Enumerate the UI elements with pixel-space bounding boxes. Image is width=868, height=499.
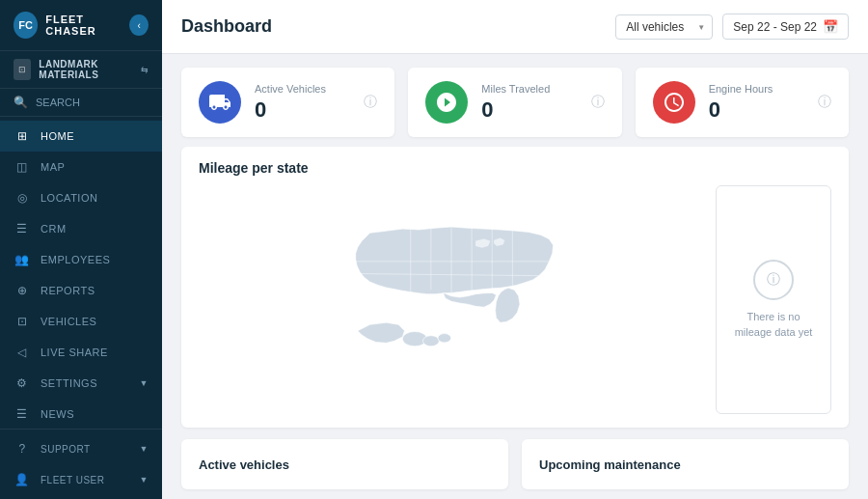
bottom-row: Active vehicles Upcoming maintenance: [181, 439, 849, 489]
miles-traveled-value: 0: [481, 97, 577, 123]
sidebar-item-reports[interactable]: ⊕ REPORTS: [0, 275, 162, 306]
support-icon: ?: [14, 442, 31, 456]
sidebar-item-live-share[interactable]: ◁ LIVE SHARE: [0, 337, 162, 368]
sidebar-item-label: VEHICLES: [41, 316, 96, 327]
calendar-icon: 📅: [823, 19, 838, 34]
location-icon: ◎: [14, 191, 31, 205]
settings-arrow-icon: ▼: [140, 378, 149, 388]
sidebar: FC FLEET CHASER ‹ ⊡ LANDMARK MATERIALS ⇆…: [0, 0, 162, 499]
main-header: Dashboard All vehicles Sep 22 - Sep 22 📅: [162, 0, 868, 54]
reports-icon: ⊕: [14, 284, 31, 297]
active-vehicles-label: Active Vehicles: [255, 83, 350, 95]
stat-card-engine-hours: Engine Hours 0 ⓘ: [636, 68, 849, 137]
miles-traveled-info: Miles Traveled 0: [481, 83, 577, 123]
miles-traveled-label: Miles Traveled: [481, 83, 577, 95]
sidebar-item-label: FLEET USER: [41, 475, 105, 485]
map-card-title: Mileage per state: [199, 160, 831, 176]
fleet-user-icon: 👤: [14, 473, 31, 486]
sidebar-item-location[interactable]: ◎ LOCATION: [0, 182, 162, 213]
svg-point-10: [438, 333, 451, 342]
miles-traveled-icon: [425, 81, 468, 124]
sidebar-item-settings[interactable]: ⚙ SETTINGS ▼: [0, 368, 162, 399]
engine-hours-label: Engine Hours: [709, 83, 804, 95]
sidebar-item-label: HOME: [41, 130, 74, 142]
upcoming-maintenance-section-title: Upcoming maintenance: [539, 457, 681, 472]
support-arrow-icon: ▼: [140, 444, 149, 454]
fleet-user-arrow-icon: ▼: [140, 475, 149, 485]
vehicles-select[interactable]: All vehicles: [615, 14, 713, 40]
sidebar-bottom: ? SUPPORT ▼ 👤 FLEET USER ▼: [0, 429, 162, 499]
active-vehicles-value: 0: [255, 97, 350, 123]
live-share-icon: ◁: [14, 346, 31, 359]
sidebar-item-label: LOCATION: [41, 192, 97, 204]
search-row[interactable]: 🔍 SEARCH: [0, 89, 162, 117]
usa-map-svg: [249, 208, 654, 392]
org-name: LANDMARK MATERIALS: [39, 59, 141, 80]
sidebar-item-label: CRM: [41, 223, 67, 235]
active-vehicles-info: Active Vehicles 0: [255, 83, 350, 123]
nav-items: ⊞ HOME ◫ MAP ◎ LOCATION ☰ CRM 👥 EMPLOYEE…: [0, 117, 162, 429]
usa-map-area: [199, 185, 704, 414]
stats-row: Active Vehicles 0 ⓘ Miles Traveled 0 ⓘ: [162, 54, 868, 147]
stat-card-active-vehicles: Active Vehicles 0 ⓘ: [181, 68, 394, 137]
logo-icon: FC: [14, 12, 38, 39]
sidebar-item-fleet-user[interactable]: 👤 FLEET USER ▼: [0, 464, 162, 495]
org-icon: ⊡: [14, 59, 31, 80]
crm-icon: ☰: [14, 222, 31, 236]
svg-point-9: [422, 335, 439, 346]
active-vehicles-card: Active vehicles: [181, 439, 508, 489]
date-range-text: Sep 22 - Sep 22: [733, 20, 817, 34]
org-row[interactable]: ⊡ LANDMARK MATERIALS ⇆: [0, 51, 162, 89]
sidebar-item-label: SETTINGS: [41, 377, 97, 389]
page-title: Dashboard: [181, 16, 272, 37]
sidebar-item-news[interactable]: ☰ NEWS: [0, 399, 162, 429]
employees-icon: 👥: [14, 253, 31, 266]
sidebar-item-home[interactable]: ⊞ HOME: [0, 121, 162, 152]
mileage-map-card: Mileage per state: [181, 147, 849, 428]
no-data-icon: ⓘ: [753, 260, 794, 300]
active-vehicles-section-title: Active vehicles: [199, 457, 289, 472]
engine-hours-icon: [653, 81, 695, 124]
header-controls: All vehicles Sep 22 - Sep 22 📅: [615, 14, 849, 40]
engine-hours-info: Engine Hours 0: [709, 83, 804, 123]
sidebar-item-label: REPORTS: [41, 285, 95, 296]
map-icon: ◫: [14, 160, 31, 174]
no-data-text: There is no mileage data yet: [732, 310, 815, 340]
search-icon: 🔍: [14, 96, 28, 109]
logo-area: FC FLEET CHASER ‹: [0, 0, 162, 51]
sidebar-item-support[interactable]: ? SUPPORT ▼: [0, 433, 162, 464]
engine-hours-value: 0: [709, 97, 804, 123]
app-name: FLEET CHASER: [45, 14, 129, 37]
sidebar-item-label: MAP: [41, 161, 65, 173]
miles-traveled-info-icon[interactable]: ⓘ: [591, 94, 605, 111]
org-arrow-icon: ⇆: [141, 65, 149, 74]
engine-hours-info-icon[interactable]: ⓘ: [818, 94, 831, 111]
vehicles-select-wrapper[interactable]: All vehicles: [615, 14, 713, 40]
sidebar-item-label: LIVE SHARE: [41, 347, 108, 358]
sidebar-item-crm[interactable]: ☰ CRM: [0, 213, 162, 244]
sidebar-item-employees[interactable]: 👥 EMPLOYEES: [0, 244, 162, 275]
vehicles-icon: ⊡: [14, 315, 31, 328]
settings-icon: ⚙: [14, 376, 31, 390]
search-label: SEARCH: [36, 97, 80, 108]
upcoming-maintenance-card: Upcoming maintenance: [522, 439, 849, 489]
sidebar-item-label: SUPPORT: [41, 444, 91, 455]
sidebar-item-label: EMPLOYEES: [41, 254, 110, 265]
active-vehicles-icon: [199, 81, 241, 124]
main-content: Dashboard All vehicles Sep 22 - Sep 22 📅…: [162, 0, 868, 499]
sidebar-item-map[interactable]: ◫ MAP: [0, 152, 162, 182]
content-area: Mileage per state: [162, 147, 868, 499]
active-vehicles-info-icon[interactable]: ⓘ: [364, 94, 377, 111]
date-range-picker[interactable]: Sep 22 - Sep 22 📅: [722, 14, 849, 40]
sidebar-item-label: NEWS: [41, 408, 74, 420]
stat-card-miles-traveled: Miles Traveled 0 ⓘ: [408, 68, 621, 137]
sidebar-item-vehicles[interactable]: ⊡ VEHICLES: [0, 306, 162, 337]
map-content: ⓘ There is no mileage data yet: [199, 185, 831, 414]
collapse-button[interactable]: ‹: [129, 14, 149, 36]
home-icon: ⊞: [14, 129, 31, 143]
news-icon: ☰: [14, 407, 31, 421]
no-data-box: ⓘ There is no mileage data yet: [716, 185, 831, 414]
